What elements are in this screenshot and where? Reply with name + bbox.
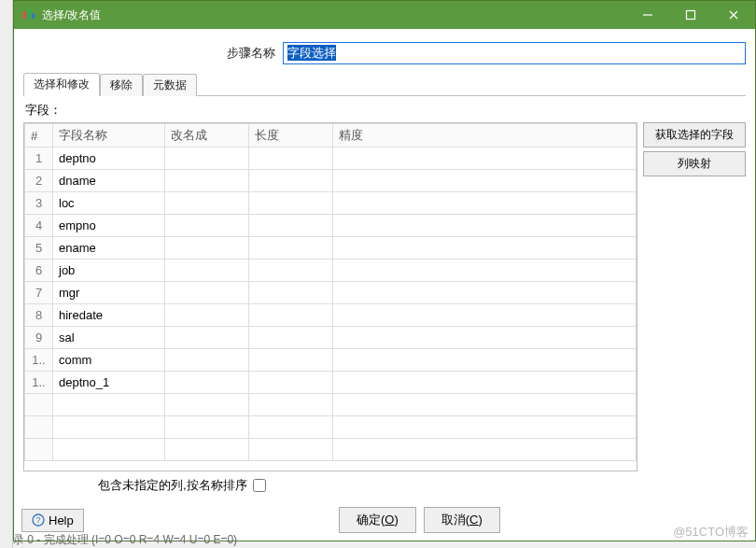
- close-button[interactable]: [712, 1, 755, 29]
- cell[interactable]: [165, 237, 249, 260]
- cell[interactable]: [165, 148, 249, 170]
- cell[interactable]: [333, 304, 637, 327]
- table-row[interactable]: [25, 439, 637, 461]
- cancel-button[interactable]: 取消(C): [424, 507, 500, 533]
- cell-rownum[interactable]: 4: [25, 215, 53, 237]
- titlebar[interactable]: 选择/改名值: [14, 1, 755, 29]
- cell[interactable]: [333, 215, 637, 237]
- cell[interactable]: [53, 439, 165, 461]
- table-row[interactable]: 1..comm: [25, 349, 637, 372]
- cell[interactable]: job: [53, 260, 165, 282]
- cell-rownum[interactable]: 9: [25, 327, 53, 349]
- cell-rownum[interactable]: 1: [25, 148, 53, 170]
- cell-rownum[interactable]: 2: [25, 170, 53, 192]
- cell[interactable]: [333, 148, 637, 170]
- table-row[interactable]: [25, 394, 637, 416]
- cell[interactable]: [333, 170, 637, 192]
- cell[interactable]: [249, 282, 333, 304]
- cell[interactable]: [249, 416, 333, 439]
- cell[interactable]: [165, 349, 249, 372]
- get-fields-button[interactable]: 获取选择的字段: [643, 122, 746, 148]
- cell-rownum[interactable]: [25, 394, 53, 416]
- table-row[interactable]: 4empno: [25, 215, 637, 237]
- cell[interactable]: [249, 237, 333, 260]
- cell[interactable]: loc: [53, 192, 165, 215]
- cell[interactable]: [165, 170, 249, 192]
- table-row[interactable]: 7mgr: [25, 282, 637, 304]
- cell[interactable]: [249, 148, 333, 170]
- tab-select-modify[interactable]: 选择和修改: [23, 73, 100, 96]
- cell[interactable]: [333, 192, 637, 215]
- cell[interactable]: deptno_1: [53, 372, 165, 394]
- minimize-button[interactable]: [626, 1, 669, 29]
- cell[interactable]: [249, 439, 333, 461]
- cell-rownum[interactable]: 1..: [25, 349, 53, 372]
- cell[interactable]: hiredate: [53, 304, 165, 327]
- table-row[interactable]: 8hiredate: [25, 304, 637, 327]
- cell[interactable]: [249, 394, 333, 416]
- maximize-button[interactable]: [669, 1, 712, 29]
- cell[interactable]: [333, 394, 637, 416]
- cell-rownum[interactable]: 1..: [25, 372, 53, 394]
- cell[interactable]: [333, 327, 637, 349]
- cell[interactable]: mgr: [53, 282, 165, 304]
- cell[interactable]: [165, 282, 249, 304]
- col-rename[interactable]: 改名成: [165, 124, 249, 148]
- cell[interactable]: [249, 215, 333, 237]
- fields-grid[interactable]: # 字段名称 改名成 长度 精度 1deptno2dname3loc4empno…: [23, 122, 637, 471]
- cell[interactable]: [53, 416, 165, 439]
- table-row[interactable]: 1deptno: [25, 148, 637, 170]
- cell[interactable]: [249, 260, 333, 282]
- table-row[interactable]: 6job: [25, 260, 637, 282]
- cell[interactable]: [249, 192, 333, 215]
- tab-metadata[interactable]: 元数据: [143, 74, 197, 96]
- step-name-input[interactable]: 字段选择: [283, 42, 746, 64]
- cell[interactable]: [165, 416, 249, 439]
- cell[interactable]: [333, 372, 637, 394]
- cell[interactable]: [333, 416, 637, 439]
- col-fieldname[interactable]: 字段名称: [53, 124, 165, 148]
- cell[interactable]: [333, 439, 637, 461]
- table-row[interactable]: [25, 416, 637, 439]
- cell[interactable]: [165, 215, 249, 237]
- table-row[interactable]: 1..deptno_1: [25, 372, 637, 394]
- cell[interactable]: [165, 372, 249, 394]
- cell[interactable]: [53, 394, 165, 416]
- cell[interactable]: sal: [53, 327, 165, 349]
- cell[interactable]: [249, 304, 333, 327]
- table-row[interactable]: 2dname: [25, 170, 637, 192]
- cell[interactable]: [165, 304, 249, 327]
- table-row[interactable]: 9sal: [25, 327, 637, 349]
- cell-rownum[interactable]: [25, 416, 53, 439]
- cell-rownum[interactable]: 7: [25, 282, 53, 304]
- cell[interactable]: [333, 237, 637, 260]
- cell-rownum[interactable]: 5: [25, 237, 53, 260]
- col-length[interactable]: 长度: [249, 124, 333, 148]
- column-mapping-button[interactable]: 列映射: [643, 151, 746, 176]
- cell[interactable]: [249, 349, 333, 372]
- cell[interactable]: [249, 170, 333, 192]
- help-button[interactable]: ? Help: [21, 509, 84, 532]
- cell[interactable]: dname: [53, 170, 165, 192]
- cell[interactable]: [333, 349, 637, 372]
- cell-rownum[interactable]: 8: [25, 304, 53, 327]
- cell[interactable]: [165, 394, 249, 416]
- cell-rownum[interactable]: 6: [25, 260, 53, 282]
- cell[interactable]: [249, 372, 333, 394]
- cell[interactable]: comm: [53, 349, 165, 372]
- include-unspecified-checkbox[interactable]: [253, 479, 266, 492]
- table-row[interactable]: 5ename: [25, 237, 637, 260]
- cell-rownum[interactable]: 3: [25, 192, 53, 215]
- cell[interactable]: ename: [53, 237, 165, 260]
- cell[interactable]: [165, 439, 249, 461]
- cell[interactable]: [333, 282, 637, 304]
- cell-rownum[interactable]: [25, 439, 53, 461]
- col-precision[interactable]: 精度: [333, 124, 637, 148]
- cell[interactable]: empno: [53, 215, 165, 237]
- cell[interactable]: [333, 260, 637, 282]
- col-rownum[interactable]: #: [25, 124, 53, 148]
- cell[interactable]: [165, 260, 249, 282]
- cell[interactable]: [165, 192, 249, 215]
- table-row[interactable]: 3loc: [25, 192, 637, 215]
- cell[interactable]: deptno: [53, 148, 165, 170]
